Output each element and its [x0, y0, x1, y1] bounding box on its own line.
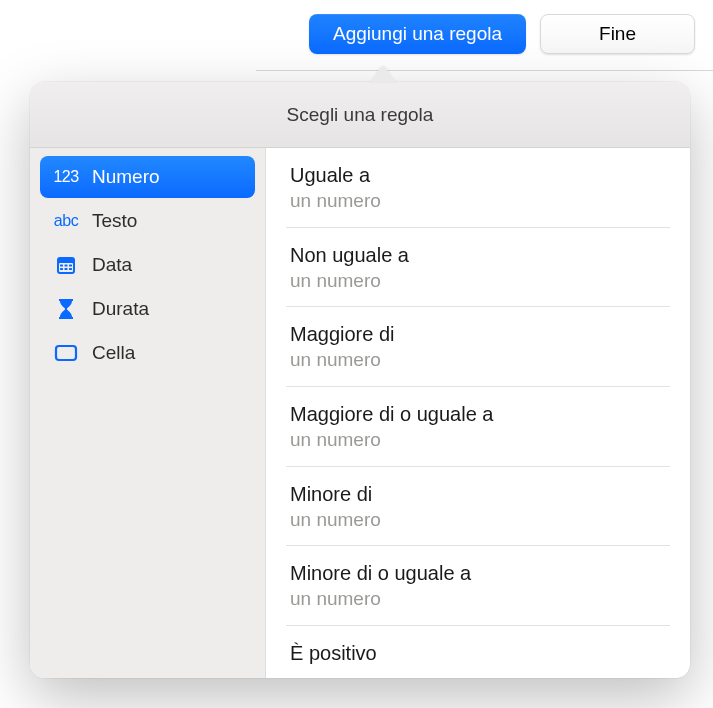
rule-title: Uguale a [290, 162, 666, 188]
add-rule-button[interactable]: Aggiungi una regola [309, 14, 526, 54]
top-button-row: Aggiungi una regola Fine [309, 14, 695, 54]
sidebar-item-label: Data [92, 254, 132, 276]
sidebar-item-number[interactable]: 123 Numero [40, 156, 255, 198]
sidebar-item-label: Durata [92, 298, 149, 320]
rule-title: Maggiore di o uguale a [290, 401, 666, 427]
rule-title: Minore di o uguale a [290, 560, 666, 586]
cell-icon [52, 341, 80, 365]
rule-item-greater-equal[interactable]: Maggiore di o uguale a un numero [286, 387, 670, 467]
rule-item-less-equal[interactable]: Minore di o uguale a un numero [286, 546, 670, 626]
rule-title: Maggiore di [290, 321, 666, 347]
svg-rect-6 [65, 268, 68, 270]
rule-subtitle: un numero [290, 507, 666, 533]
popover-title: Scegli una regola [30, 82, 690, 148]
rule-subtitle: un numero [290, 427, 666, 453]
rule-title: Minore di [290, 481, 666, 507]
rule-title: È positivo [290, 640, 666, 666]
rule-item-not-equals[interactable]: Non uguale a un numero [286, 228, 670, 308]
svg-rect-1 [59, 263, 73, 272]
svg-rect-7 [69, 268, 72, 270]
popover-body: 123 Numero abc Testo [30, 148, 690, 678]
svg-rect-4 [69, 265, 72, 267]
choose-rule-popover: Scegli una regola 123 Numero abc Testo [30, 82, 690, 678]
background-divider [256, 70, 713, 71]
text-icon: abc [52, 209, 80, 233]
rule-subtitle: un numero [290, 347, 666, 373]
popover-arrow [368, 67, 398, 83]
sidebar-item-text[interactable]: abc Testo [40, 200, 255, 242]
sidebar-item-label: Cella [92, 342, 135, 364]
sidebar-item-label: Numero [92, 166, 160, 188]
done-button[interactable]: Fine [540, 14, 695, 54]
rule-item-less-than[interactable]: Minore di un numero [286, 467, 670, 547]
rule-subtitle: un numero [290, 268, 666, 294]
rules-list: Uguale a un numero Non uguale a un numer… [266, 148, 690, 678]
svg-rect-3 [65, 265, 68, 267]
sidebar-item-label: Testo [92, 210, 137, 232]
sidebar-item-cell[interactable]: Cella [40, 332, 255, 374]
svg-rect-8 [56, 346, 76, 360]
rule-title: Non uguale a [290, 242, 666, 268]
rule-subtitle: un numero [290, 586, 666, 612]
rule-item-equals[interactable]: Uguale a un numero [286, 148, 670, 228]
rule-item-positive[interactable]: È positivo [286, 626, 670, 678]
number-icon: 123 [52, 165, 80, 189]
svg-rect-2 [60, 265, 63, 267]
sidebar-item-duration[interactable]: Durata [40, 288, 255, 330]
calendar-icon [52, 253, 80, 277]
hourglass-icon [52, 297, 80, 321]
sidebar-item-date[interactable]: Data [40, 244, 255, 286]
rule-subtitle: un numero [290, 188, 666, 214]
rule-item-greater-than[interactable]: Maggiore di un numero [286, 307, 670, 387]
rule-category-sidebar: 123 Numero abc Testo [30, 148, 266, 678]
svg-rect-5 [60, 268, 63, 270]
